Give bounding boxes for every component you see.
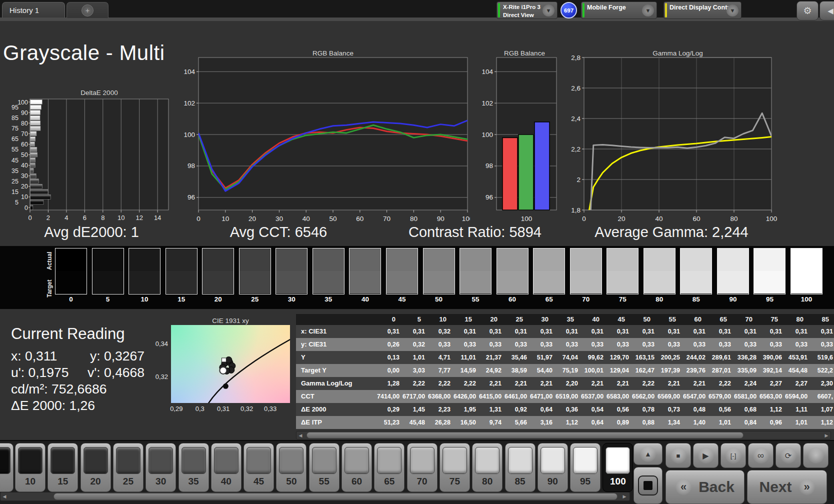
scroll-left-icon[interactable]: ◀: [0, 492, 8, 500]
source-dropdown[interactable]: Mobile Forge ▼: [581, 2, 657, 19]
display-control-dropdown[interactable]: Direct Display Control ▼: [664, 2, 742, 19]
swatch-row-scrollbar-thumb[interactable]: [54, 493, 618, 500]
swatch-level-label: 30: [276, 296, 308, 303]
table-cell: 0,33: [581, 338, 606, 351]
svg-text:30: 30: [276, 215, 283, 222]
meter-dropdown[interactable]: X-Rite i1Pro 3Direct View ▼: [496, 2, 558, 19]
svg-text:2,8: 2,8: [571, 54, 580, 62]
level-button-80[interactable]: 80: [472, 443, 502, 492]
next-button[interactable]: Next »: [747, 470, 827, 504]
table-cell: 6581,00: [734, 390, 760, 403]
level-button-30[interactable]: 30: [146, 443, 176, 492]
svg-text:100: 100: [184, 131, 195, 138]
swatch-actual: [350, 248, 380, 271]
stat-avg-de2000: Avg dE2000: 1: [44, 224, 139, 240]
level-button-patch: [606, 447, 630, 474]
back-button-label: Back: [698, 478, 734, 496]
deltae-bar-75: [30, 126, 40, 130]
level-button-10[interactable]: 10: [15, 443, 46, 492]
swatch-level-label: 35: [312, 296, 344, 303]
level-button-25[interactable]: 25: [113, 443, 144, 492]
level-button-40[interactable]: 40: [211, 443, 242, 492]
swatch-target: [680, 271, 712, 294]
refresh-button[interactable]: ⟳: [776, 443, 801, 468]
level-button-60[interactable]: 60: [342, 443, 372, 492]
svg-text:90: 90: [437, 215, 444, 222]
measurement-count-badge[interactable]: 697: [560, 2, 577, 18]
table-scrollbar-thumb[interactable]: [306, 432, 744, 438]
back-chevron-icon: «: [676, 479, 692, 495]
scroll-up-button[interactable]: ▲: [634, 443, 662, 465]
level-button-label: 90: [538, 476, 568, 487]
level-button-70[interactable]: 70: [407, 443, 438, 492]
add-tab-button[interactable]: +: [66, 2, 108, 18]
pattern-window-button[interactable]: [634, 467, 662, 504]
level-button-50[interactable]: 50: [276, 443, 306, 492]
svg-text:2: 2: [46, 214, 50, 222]
svg-text:100: 100: [766, 215, 778, 222]
infinity-button[interactable]: ∞: [748, 443, 774, 468]
table-cell: 6368,00: [428, 390, 454, 403]
level-button-95[interactable]: 95: [570, 443, 600, 492]
level-button-65[interactable]: 65: [374, 443, 404, 492]
play-button[interactable]: ▶: [693, 443, 718, 468]
level-button-45[interactable]: 45: [244, 443, 274, 492]
table-cell: 0,56: [606, 403, 632, 416]
back-button[interactable]: « Back: [666, 470, 744, 504]
stop-button[interactable]: ■: [666, 443, 691, 468]
calibration-app-window: History 1 + X-Rite i1Pro 3Direct View ▼ …: [0, 0, 834, 504]
swatch-actual: [607, 248, 638, 271]
grayscale-swatch-65: [533, 248, 565, 294]
table-cell: 0,64: [581, 416, 606, 429]
table-cell: 0,29: [377, 403, 402, 416]
level-button-15[interactable]: 15: [48, 443, 78, 492]
table-cell: 0,31: [402, 325, 428, 338]
gamma-log-log-plot: 1,822,22,42,62,8020406080100: [564, 48, 779, 232]
level-button-100[interactable]: 100: [602, 443, 633, 492]
table-cell: 0,33: [708, 338, 734, 351]
level-button-55[interactable]: 55: [309, 443, 340, 492]
tab-history-1-label: History 1: [10, 6, 39, 14]
table-row-label: Y: [296, 351, 377, 364]
top-bar: History 1 + X-Rite i1Pro 3Direct View ▼ …: [0, 0, 834, 21]
level-button-patch: [0, 447, 10, 474]
stop-icon: ■: [670, 448, 686, 464]
level-button-partial[interactable]: [0, 443, 14, 492]
level-button-label: 45: [244, 476, 274, 487]
rgb-bar-red: [502, 138, 518, 210]
table-cell: 51,97: [530, 351, 556, 364]
svg-text:0: 0: [582, 215, 586, 222]
table-cell: 0,31: [810, 325, 834, 338]
deltae-bar-40: [30, 163, 36, 168]
level-button-75[interactable]: 75: [440, 443, 470, 492]
level-button-patch: [246, 447, 271, 474]
table-scrollbar[interactable]: ◀ ▶: [296, 431, 831, 440]
svg-text:10: 10: [21, 194, 28, 200]
reading-y: y: 0,3267: [90, 348, 144, 364]
settings-button[interactable]: ⚙: [796, 1, 818, 20]
swatch-row-scrollbar[interactable]: ◀ ▶: [0, 492, 630, 501]
reading-u-prime: u': 0,1975: [11, 365, 69, 380]
range-button[interactable]: [-]: [720, 443, 746, 468]
level-button-label: 50: [276, 476, 306, 487]
grayscale-swatch-30: [276, 248, 308, 294]
collapse-panel-button[interactable]: ◀: [820, 1, 834, 20]
svg-text:0: 0: [196, 215, 200, 222]
grayscale-swatch-40: [349, 248, 381, 294]
level-button-35[interactable]: 35: [178, 443, 209, 492]
grayscale-swatch-90: [717, 248, 749, 294]
scroll-left-icon[interactable]: ◀: [296, 432, 304, 439]
swatch-actual: [570, 248, 602, 271]
record-button[interactable]: [803, 443, 828, 468]
scroll-right-icon[interactable]: ▶: [822, 432, 830, 439]
table-cell: 0,56: [708, 403, 734, 416]
level-button-label: 75: [440, 476, 470, 487]
table-cell: 54,40: [530, 364, 556, 377]
tab-history-1[interactable]: History 1: [2, 2, 65, 18]
level-button-85[interactable]: 85: [505, 443, 536, 492]
meter-dropdown-label: X-Rite i1Pro 3Direct View: [503, 4, 540, 19]
scroll-right-icon[interactable]: ▶: [620, 492, 628, 500]
level-button-20[interactable]: 20: [80, 443, 111, 492]
level-button-90[interactable]: 90: [538, 443, 568, 492]
deltae-bar-85: [30, 116, 40, 120]
